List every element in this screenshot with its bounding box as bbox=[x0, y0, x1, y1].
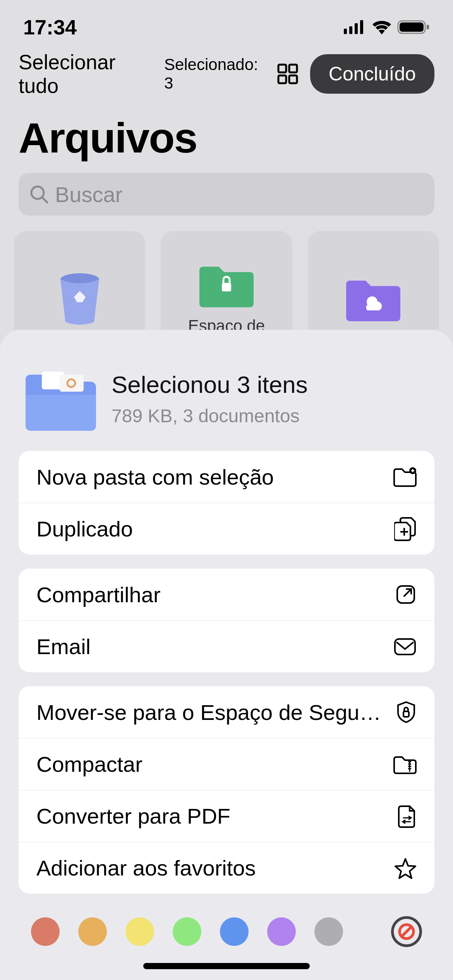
document-convert-icon bbox=[398, 805, 417, 828]
tag-gray[interactable] bbox=[314, 917, 343, 946]
duplicate-icon bbox=[394, 517, 417, 541]
svg-rect-3 bbox=[360, 20, 363, 34]
action-label: Converter para PDF bbox=[36, 804, 387, 829]
sheet-title: Selecionou 3 itens bbox=[112, 371, 308, 398]
search-container bbox=[0, 173, 453, 231]
status-bar: 17:34 bbox=[0, 0, 453, 46]
action-label: Adicionar aos favoritos bbox=[36, 855, 383, 881]
action-label: Mover-se para o Espaço de Seguran... bbox=[36, 700, 385, 725]
svg-rect-6 bbox=[427, 25, 429, 29]
selected-count: Selecionado: 3 bbox=[164, 55, 265, 93]
tag-orange[interactable] bbox=[78, 917, 107, 946]
svg-rect-21 bbox=[403, 711, 409, 717]
duplicate-action[interactable]: Duplicado bbox=[19, 503, 434, 555]
tag-none[interactable] bbox=[391, 916, 422, 947]
tag-color-row bbox=[0, 908, 453, 947]
svg-rect-7 bbox=[278, 65, 286, 72]
sheet-subtitle: 789 KB, 3 documentos bbox=[112, 405, 308, 427]
secure-folder-icon bbox=[199, 263, 254, 307]
battery-icon bbox=[397, 19, 430, 35]
folder-plus-icon bbox=[393, 467, 417, 487]
actions-group-1: Nova pasta com seleção Duplicado bbox=[19, 451, 434, 555]
tag-red[interactable] bbox=[31, 917, 60, 946]
compress-action[interactable]: Compactar bbox=[19, 738, 434, 790]
svg-rect-14 bbox=[222, 283, 231, 291]
action-label: Compactar bbox=[36, 752, 382, 777]
select-all-button[interactable]: Selecionar tudo bbox=[19, 50, 153, 98]
selection-folder-icon bbox=[22, 365, 96, 432]
add-favorites-action[interactable]: Adicionar aos favoritos bbox=[19, 842, 434, 894]
convert-pdf-action[interactable]: Converter para PDF bbox=[19, 790, 434, 842]
tag-yellow[interactable] bbox=[125, 917, 154, 946]
wifi-icon bbox=[372, 20, 392, 34]
action-label: Compartilhar bbox=[36, 582, 384, 607]
svg-rect-9 bbox=[278, 75, 286, 83]
svg-rect-8 bbox=[289, 65, 297, 72]
tag-green[interactable] bbox=[173, 917, 201, 946]
home-indicator[interactable] bbox=[143, 963, 310, 969]
tag-blue[interactable] bbox=[220, 917, 249, 946]
action-label: Duplicado bbox=[36, 516, 383, 541]
actions-group-3: Mover-se para o Espaço de Seguran... Com… bbox=[19, 686, 434, 894]
email-action[interactable]: Email bbox=[19, 620, 434, 672]
search-icon bbox=[29, 185, 49, 204]
action-label: Email bbox=[36, 634, 383, 659]
svg-rect-2 bbox=[355, 23, 358, 34]
new-folder-action[interactable]: Nova pasta com seleção bbox=[19, 451, 434, 503]
svg-rect-1 bbox=[349, 26, 352, 34]
status-icons bbox=[344, 19, 430, 35]
svg-rect-16 bbox=[60, 375, 84, 392]
svg-line-12 bbox=[43, 198, 47, 202]
tag-purple[interactable] bbox=[267, 917, 296, 946]
star-icon bbox=[394, 857, 417, 879]
shield-lock-icon bbox=[396, 701, 417, 724]
done-button[interactable]: Concluído bbox=[310, 54, 434, 94]
svg-rect-10 bbox=[289, 75, 297, 83]
cellular-icon bbox=[344, 20, 366, 34]
search-box[interactable] bbox=[19, 173, 434, 216]
cloud-folder-icon bbox=[346, 277, 400, 321]
sheet-header: Selecionou 3 itens 789 KB, 3 documentos bbox=[0, 330, 453, 451]
actions-group-2: Compartilhar Email bbox=[19, 569, 434, 672]
action-label: Nova pasta com seleção bbox=[36, 464, 382, 490]
svg-rect-0 bbox=[344, 29, 347, 34]
status-time: 17:34 bbox=[23, 15, 77, 39]
archive-icon bbox=[393, 755, 417, 774]
mail-icon bbox=[393, 637, 417, 656]
svg-line-23 bbox=[402, 927, 412, 937]
svg-rect-20 bbox=[395, 639, 415, 654]
page-title: Arquivos bbox=[0, 109, 453, 173]
share-action[interactable]: Compartilhar bbox=[19, 569, 434, 620]
move-secure-action[interactable]: Mover-se para o Espaço de Seguran... bbox=[19, 686, 434, 738]
svg-rect-5 bbox=[400, 22, 424, 32]
action-sheet: Selecionou 3 itens 789 KB, 3 documentos … bbox=[0, 330, 453, 980]
toolbar: Selecionar tudo Selecionado: 3 Concluído bbox=[0, 46, 453, 109]
search-input[interactable] bbox=[55, 182, 424, 207]
grid-view-icon[interactable] bbox=[277, 63, 299, 85]
share-icon bbox=[395, 584, 417, 605]
svg-point-11 bbox=[31, 187, 44, 199]
trash-icon bbox=[58, 272, 101, 326]
